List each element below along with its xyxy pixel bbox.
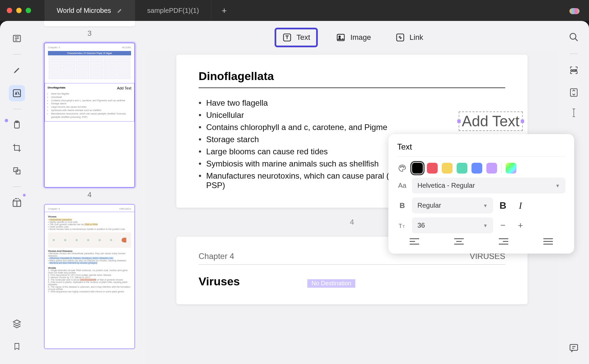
insert-link-button[interactable]: Link	[389, 29, 429, 46]
insert-toolbar: Text Image Link	[145, 21, 559, 51]
stack-icon[interactable]	[9, 315, 25, 332]
insert-image-button[interactable]: Image	[330, 29, 377, 46]
titlebar: World of Microbes samplePDF(1)(1) +	[0, 0, 589, 21]
edit-text-icon[interactable]	[9, 85, 25, 101]
svg-rect-4	[16, 170, 20, 174]
color-swatch-purple[interactable]	[486, 163, 497, 174]
clipboard-icon[interactable]	[9, 117, 25, 133]
tabs: World of Microbes samplePDF(1)(1) +	[45, 0, 227, 21]
color-swatch-rainbow[interactable]	[506, 163, 516, 174]
color-swatch-teal[interactable]	[457, 163, 467, 174]
size-row: TT 36▼ − +	[397, 217, 565, 233]
app-body: 3 Chapter 3ALGAE Characteristics Of Sele…	[0, 21, 589, 364]
svg-text:T: T	[403, 224, 405, 228]
svg-point-10	[570, 33, 576, 40]
font-select[interactable]: Helvetica - Regular▼	[412, 178, 565, 193]
thumbnail-page-3-slice[interactable]	[44, 21, 135, 26]
italic-button[interactable]: I	[515, 200, 526, 211]
convert-icon[interactable]	[567, 86, 581, 99]
popover-title: Text	[397, 142, 565, 157]
chapter-label: Chapter 4	[199, 252, 234, 261]
edit-icon	[117, 8, 123, 13]
crop-icon[interactable]	[9, 140, 25, 156]
gift-icon[interactable]	[9, 194, 25, 211]
svg-point-16	[403, 166, 404, 167]
comment-icon[interactable]	[567, 341, 581, 355]
reader-mode-icon[interactable]	[9, 30, 25, 47]
svg-point-8	[339, 36, 341, 37]
color-swatch-blue[interactable]	[471, 163, 482, 174]
color-row	[397, 163, 565, 174]
align-center-button[interactable]	[454, 237, 464, 245]
align-justify-button[interactable]	[543, 237, 554, 245]
separator	[13, 54, 21, 55]
font-row: Aa Helvetica - Regular▼	[397, 178, 565, 193]
text-properties-popover: Text Aa Helvetica - Regular▼ B Regular▼ …	[388, 134, 574, 254]
button-label: Text	[297, 33, 310, 42]
text-cursor-icon[interactable]	[567, 106, 581, 120]
ocr-icon[interactable]: OCR	[567, 63, 581, 77]
image-icon	[336, 33, 345, 42]
decrease-size-button[interactable]: −	[498, 220, 508, 231]
chevron-down-icon: ▼	[483, 203, 488, 208]
add-tab-button[interactable]: +	[222, 5, 227, 16]
highlighter-icon[interactable]	[9, 62, 25, 78]
link-icon	[395, 33, 405, 42]
separator	[13, 109, 21, 109]
thumbnail-page-5[interactable]: Chapter 4VIRUSES Viruses • Intracellular…	[44, 204, 135, 349]
tab-secondary[interactable]: samplePDF(1)(1)	[135, 0, 211, 21]
insert-text-button[interactable]: Text	[275, 28, 318, 47]
palette-icon[interactable]	[397, 164, 407, 173]
svg-rect-13	[570, 344, 578, 350]
svg-point-15	[402, 166, 403, 167]
chevron-down-icon: ▼	[483, 223, 488, 228]
svg-rect-1	[14, 90, 21, 97]
separator	[570, 53, 578, 54]
resize-handle-right[interactable]	[521, 120, 524, 123]
app-logo-icon	[569, 8, 580, 14]
weight-select[interactable]: Regular▼	[412, 198, 493, 213]
align-row	[397, 237, 565, 245]
svg-rect-3	[14, 168, 18, 172]
align-left-button[interactable]	[409, 237, 420, 245]
traffic-lights	[7, 8, 31, 13]
chevron-down-icon: ▼	[555, 183, 560, 188]
color-swatch-black[interactable]	[412, 163, 423, 174]
text-icon	[282, 33, 292, 42]
separator	[13, 186, 21, 187]
no-destination-badge: No Destination	[307, 279, 355, 288]
add-text-field[interactable]: Add Text	[459, 111, 523, 131]
layers-icon[interactable]	[9, 163, 25, 179]
thumbnail-page-4[interactable]: Chapter 3ALGAE Characteristics Of Select…	[44, 43, 135, 188]
bullet-item: Have two flagella	[199, 98, 505, 108]
svg-text:OCR: OCR	[570, 69, 577, 72]
size-icon: TT	[397, 221, 407, 230]
tab-title: samplePDF(1)(1)	[147, 7, 199, 15]
bold-button[interactable]: B	[498, 200, 508, 211]
font-icon: Aa	[397, 182, 407, 189]
side-indicator-dot	[5, 119, 8, 122]
bold-icon: B	[397, 201, 407, 210]
increase-size-button[interactable]: +	[515, 220, 526, 231]
bookmark-icon[interactable]	[9, 338, 25, 355]
color-swatch-red[interactable]	[427, 163, 438, 174]
color-swatch-yellow[interactable]	[442, 163, 453, 174]
thumbnail-panel: 3 Chapter 3ALGAE Characteristics Of Sele…	[34, 21, 145, 364]
size-select[interactable]: 36▼	[412, 217, 493, 233]
section-heading: Viruses	[199, 275, 240, 288]
left-sidebar	[0, 21, 34, 364]
button-label: Link	[410, 33, 423, 42]
align-right-button[interactable]	[498, 237, 509, 245]
tab-title: World of Microbes	[57, 7, 111, 15]
minimize-window-button[interactable]	[16, 8, 22, 13]
search-icon[interactable]	[567, 30, 581, 44]
page-number-label: 3	[44, 29, 135, 38]
svg-point-14	[400, 166, 401, 167]
maximize-window-button[interactable]	[26, 8, 31, 13]
button-label: Image	[350, 33, 371, 42]
tab-active[interactable]: World of Microbes	[45, 0, 135, 21]
close-window-button[interactable]	[7, 8, 12, 13]
svg-text:T: T	[399, 222, 402, 229]
page-number-label: 4	[44, 190, 135, 199]
resize-handle-left[interactable]	[457, 120, 461, 123]
